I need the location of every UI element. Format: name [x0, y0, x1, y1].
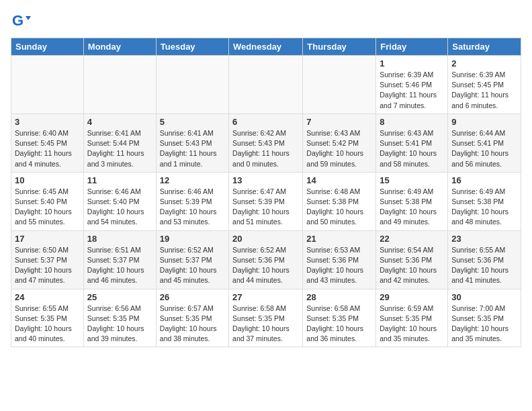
calendar-week-row: 10Sunrise: 6:45 AM Sunset: 5:40 PM Dayli…: [11, 172, 521, 230]
calendar-cell: 12Sunrise: 6:46 AM Sunset: 5:39 PM Dayli…: [156, 172, 228, 230]
calendar-cell: 2Sunrise: 6:39 AM Sunset: 5:45 PM Daylig…: [448, 56, 521, 114]
day-info: Sunrise: 6:50 AM Sunset: 5:37 PM Dayligh…: [15, 245, 80, 286]
calendar-cell: 4Sunrise: 6:41 AM Sunset: 5:44 PM Daylig…: [83, 113, 156, 172]
calendar-table: SundayMondayTuesdayWednesdayThursdayFrid…: [11, 38, 521, 347]
day-info: Sunrise: 6:41 AM Sunset: 5:44 PM Dayligh…: [87, 128, 152, 169]
day-info: Sunrise: 6:56 AM Sunset: 5:35 PM Dayligh…: [87, 304, 152, 345]
calendar-cell: 14Sunrise: 6:48 AM Sunset: 5:38 PM Dayli…: [303, 172, 376, 230]
day-number: 2: [451, 58, 517, 68]
calendar-cell: [11, 56, 84, 114]
day-header-thursday: Thursday: [303, 38, 376, 56]
calendar-cell: 15Sunrise: 6:49 AM Sunset: 5:38 PM Dayli…: [376, 172, 448, 230]
calendar-cell: 17Sunrise: 6:50 AM Sunset: 5:37 PM Dayli…: [11, 230, 84, 289]
day-header-monday: Monday: [83, 38, 156, 56]
day-info: Sunrise: 6:46 AM Sunset: 5:39 PM Dayligh…: [160, 187, 225, 228]
calendar-cell: [156, 56, 228, 114]
day-header-saturday: Saturday: [448, 38, 521, 56]
calendar-cell: 27Sunrise: 6:58 AM Sunset: 5:35 PM Dayli…: [229, 289, 303, 347]
day-number: 17: [15, 234, 80, 244]
calendar-week-row: 1Sunrise: 6:39 AM Sunset: 5:46 PM Daylig…: [11, 56, 521, 114]
calendar-cell: 19Sunrise: 6:52 AM Sunset: 5:37 PM Dayli…: [156, 230, 228, 289]
calendar-cell: 30Sunrise: 7:00 AM Sunset: 5:35 PM Dayli…: [448, 289, 521, 347]
day-number: 9: [451, 117, 517, 127]
calendar-cell: [303, 56, 376, 114]
calendar-cell: 16Sunrise: 6:49 AM Sunset: 5:38 PM Dayli…: [448, 172, 521, 230]
day-number: 19: [160, 234, 225, 244]
day-header-sunday: Sunday: [11, 38, 84, 56]
day-number: 27: [232, 292, 299, 302]
day-number: 7: [306, 117, 372, 127]
day-number: 10: [15, 175, 80, 185]
calendar-cell: 9Sunrise: 6:44 AM Sunset: 5:41 PM Daylig…: [448, 113, 521, 172]
day-header-tuesday: Tuesday: [156, 38, 228, 56]
day-info: Sunrise: 6:53 AM Sunset: 5:36 PM Dayligh…: [306, 245, 372, 286]
day-info: Sunrise: 6:52 AM Sunset: 5:36 PM Dayligh…: [232, 245, 299, 286]
calendar-cell: 26Sunrise: 6:57 AM Sunset: 5:35 PM Dayli…: [156, 289, 228, 347]
logo: G: [11, 11, 34, 31]
day-number: 18: [87, 234, 152, 244]
calendar-cell: 1Sunrise: 6:39 AM Sunset: 5:46 PM Daylig…: [376, 56, 448, 114]
day-info: Sunrise: 6:58 AM Sunset: 5:35 PM Dayligh…: [232, 304, 299, 345]
page-header: G: [11, 11, 521, 31]
svg-marker-1: [26, 16, 31, 20]
day-number: 13: [232, 175, 299, 185]
day-info: Sunrise: 6:51 AM Sunset: 5:37 PM Dayligh…: [87, 245, 152, 286]
calendar-cell: 8Sunrise: 6:43 AM Sunset: 5:41 PM Daylig…: [376, 113, 448, 172]
day-info: Sunrise: 6:46 AM Sunset: 5:40 PM Dayligh…: [87, 187, 152, 228]
calendar-week-row: 24Sunrise: 6:55 AM Sunset: 5:35 PM Dayli…: [11, 289, 521, 347]
day-info: Sunrise: 6:47 AM Sunset: 5:39 PM Dayligh…: [232, 187, 299, 228]
day-number: 24: [15, 292, 80, 302]
day-info: Sunrise: 6:43 AM Sunset: 5:41 PM Dayligh…: [380, 128, 444, 169]
day-info: Sunrise: 6:42 AM Sunset: 5:43 PM Dayligh…: [232, 128, 299, 169]
day-info: Sunrise: 6:43 AM Sunset: 5:42 PM Dayligh…: [306, 128, 372, 169]
day-number: 6: [232, 117, 299, 127]
day-number: 11: [87, 175, 152, 185]
day-info: Sunrise: 6:41 AM Sunset: 5:43 PM Dayligh…: [160, 128, 225, 169]
calendar-cell: 21Sunrise: 6:53 AM Sunset: 5:36 PM Dayli…: [303, 230, 376, 289]
day-number: 28: [306, 292, 372, 302]
calendar-cell: 5Sunrise: 6:41 AM Sunset: 5:43 PM Daylig…: [156, 113, 228, 172]
svg-text:G: G: [12, 12, 24, 29]
day-number: 4: [87, 117, 152, 127]
day-info: Sunrise: 6:39 AM Sunset: 5:45 PM Dayligh…: [451, 70, 517, 111]
day-info: Sunrise: 6:54 AM Sunset: 5:36 PM Dayligh…: [380, 245, 444, 286]
calendar-cell: 7Sunrise: 6:43 AM Sunset: 5:42 PM Daylig…: [303, 113, 376, 172]
calendar-header-row: SundayMondayTuesdayWednesdayThursdayFrid…: [11, 38, 521, 56]
day-info: Sunrise: 7:00 AM Sunset: 5:35 PM Dayligh…: [451, 304, 517, 345]
day-number: 21: [306, 234, 372, 244]
day-info: Sunrise: 6:44 AM Sunset: 5:41 PM Dayligh…: [451, 128, 517, 169]
day-info: Sunrise: 6:48 AM Sunset: 5:38 PM Dayligh…: [306, 187, 372, 228]
calendar-cell: 22Sunrise: 6:54 AM Sunset: 5:36 PM Dayli…: [376, 230, 448, 289]
calendar-cell: 25Sunrise: 6:56 AM Sunset: 5:35 PM Dayli…: [83, 289, 156, 347]
day-info: Sunrise: 6:49 AM Sunset: 5:38 PM Dayligh…: [380, 187, 444, 228]
calendar-cell: 11Sunrise: 6:46 AM Sunset: 5:40 PM Dayli…: [83, 172, 156, 230]
calendar-cell: 3Sunrise: 6:40 AM Sunset: 5:45 PM Daylig…: [11, 113, 84, 172]
calendar-cell: 20Sunrise: 6:52 AM Sunset: 5:36 PM Dayli…: [229, 230, 303, 289]
day-number: 20: [232, 234, 299, 244]
day-number: 26: [160, 292, 225, 302]
calendar-week-row: 17Sunrise: 6:50 AM Sunset: 5:37 PM Dayli…: [11, 230, 521, 289]
day-info: Sunrise: 6:57 AM Sunset: 5:35 PM Dayligh…: [160, 304, 225, 345]
day-header-wednesday: Wednesday: [229, 38, 303, 56]
calendar-week-row: 3Sunrise: 6:40 AM Sunset: 5:45 PM Daylig…: [11, 113, 521, 172]
day-number: 23: [451, 234, 517, 244]
day-number: 25: [87, 292, 152, 302]
calendar-cell: 18Sunrise: 6:51 AM Sunset: 5:37 PM Dayli…: [83, 230, 156, 289]
day-number: 1: [380, 58, 444, 68]
day-info: Sunrise: 6:40 AM Sunset: 5:45 PM Dayligh…: [15, 128, 80, 169]
day-number: 22: [380, 234, 444, 244]
day-number: 12: [160, 175, 225, 185]
day-info: Sunrise: 6:58 AM Sunset: 5:35 PM Dayligh…: [306, 304, 372, 345]
calendar-cell: 10Sunrise: 6:45 AM Sunset: 5:40 PM Dayli…: [11, 172, 84, 230]
calendar-cell: [229, 56, 303, 114]
calendar-cell: 6Sunrise: 6:42 AM Sunset: 5:43 PM Daylig…: [229, 113, 303, 172]
day-number: 16: [451, 175, 517, 185]
day-number: 8: [380, 117, 444, 127]
day-info: Sunrise: 6:49 AM Sunset: 5:38 PM Dayligh…: [451, 187, 517, 228]
day-number: 5: [160, 117, 225, 127]
calendar-cell: 28Sunrise: 6:58 AM Sunset: 5:35 PM Dayli…: [303, 289, 376, 347]
day-info: Sunrise: 6:39 AM Sunset: 5:46 PM Dayligh…: [380, 70, 444, 111]
calendar-cell: 29Sunrise: 6:59 AM Sunset: 5:35 PM Dayli…: [376, 289, 448, 347]
calendar-cell: 13Sunrise: 6:47 AM Sunset: 5:39 PM Dayli…: [229, 172, 303, 230]
day-info: Sunrise: 6:55 AM Sunset: 5:35 PM Dayligh…: [15, 304, 80, 345]
